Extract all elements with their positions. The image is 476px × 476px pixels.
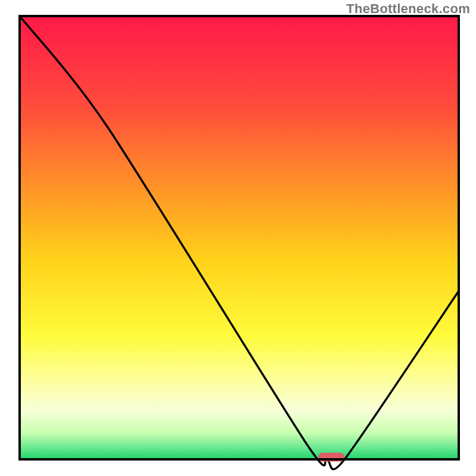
chart-background-gradient — [20, 16, 459, 459]
bottleneck-chart — [0, 0, 476, 476]
chart-container: TheBottleneck.com — [0, 0, 476, 476]
watermark-text: TheBottleneck.com — [346, 1, 470, 17]
